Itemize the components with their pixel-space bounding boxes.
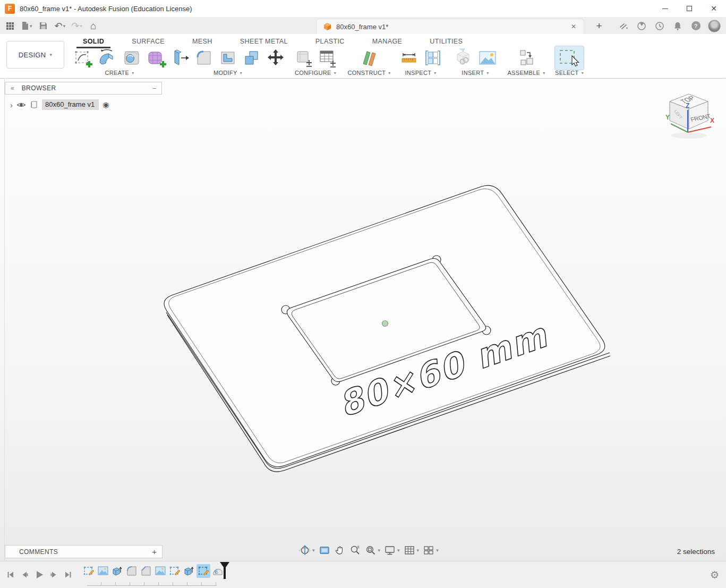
document-tab-label: 80x60_frame v1* bbox=[336, 23, 568, 31]
timeline-playhead[interactable] bbox=[219, 561, 230, 582]
configuration-table-button[interactable] bbox=[317, 47, 338, 69]
orbit-button[interactable]: ▾ bbox=[299, 544, 315, 556]
document-tab[interactable]: 80x60_frame v1* ✕ bbox=[316, 19, 584, 34]
timeline-feature-canvas[interactable] bbox=[153, 564, 167, 578]
collapse-panel-icon[interactable]: « bbox=[11, 84, 14, 92]
step-back-button[interactable] bbox=[20, 569, 30, 580]
timeline-settings-button[interactable]: ⚙ bbox=[710, 569, 719, 581]
fillet-button[interactable] bbox=[193, 47, 215, 69]
pan-button[interactable] bbox=[334, 544, 346, 556]
select-tool-button[interactable] bbox=[554, 46, 584, 70]
timeline-feature-extrude[interactable] bbox=[110, 564, 124, 578]
panel-assemble-label[interactable]: ASSEMBLE ▾ bbox=[507, 70, 545, 76]
zoom-button[interactable]: ± bbox=[349, 544, 361, 556]
extensions-button[interactable] bbox=[636, 20, 647, 32]
tab-mesh[interactable]: MESH bbox=[178, 38, 226, 45]
panel-construct-label[interactable]: CONSTRUCT ▾ bbox=[347, 70, 390, 76]
minimize-button[interactable] bbox=[653, 0, 677, 18]
play-button[interactable] bbox=[34, 569, 45, 580]
user-avatar[interactable] bbox=[708, 20, 721, 32]
visibility-eye-icon[interactable] bbox=[16, 101, 26, 108]
panel-create-label[interactable]: CREATE ▾ bbox=[105, 70, 134, 76]
workspace-selector[interactable]: DESIGN ▾ bbox=[6, 41, 64, 69]
panel-select-label[interactable]: SELECT ▾ bbox=[555, 70, 584, 76]
move-button[interactable] bbox=[265, 47, 286, 69]
panel-inspect-label[interactable]: INSPECT ▾ bbox=[405, 70, 436, 76]
skip-end-icon bbox=[64, 570, 72, 579]
maximize-button[interactable] bbox=[677, 0, 702, 18]
svg-text:±: ± bbox=[357, 544, 360, 549]
app-grid-button[interactable] bbox=[3, 19, 17, 33]
help-button[interactable]: ? bbox=[690, 20, 702, 32]
revolve-button[interactable] bbox=[96, 47, 118, 69]
timeline-feature-chamfer[interactable] bbox=[139, 564, 153, 578]
panel-configure-label[interactable]: CONFIGURE ▾ bbox=[295, 70, 336, 76]
panel-insert-label[interactable]: INSERT ▾ bbox=[462, 70, 489, 76]
grid-settings-button[interactable]: ▾ bbox=[404, 544, 420, 556]
tab-plastic[interactable]: PLASTIC bbox=[302, 38, 358, 45]
timeline-feature-sketch-selected[interactable] bbox=[197, 564, 210, 578]
home-button[interactable]: ⌂ bbox=[87, 19, 100, 33]
press-pull-button[interactable] bbox=[169, 47, 191, 69]
panel-modify-label[interactable]: MODIFY ▾ bbox=[213, 70, 242, 76]
minimize-panel-icon[interactable]: – bbox=[152, 84, 156, 92]
tab-manage[interactable]: MANAGE bbox=[358, 38, 416, 45]
comments-panel[interactable]: COMMENTS + bbox=[5, 545, 163, 558]
save-button[interactable] bbox=[37, 19, 50, 33]
timeline-feature-fillet[interactable] bbox=[125, 564, 139, 578]
model-3d-view[interactable]: 80×60 mm bbox=[0, 79, 726, 561]
timeline-feature-extrude[interactable] bbox=[182, 564, 196, 578]
fit-button[interactable]: ▾ bbox=[365, 544, 381, 556]
add-comment-button[interactable]: + bbox=[152, 547, 157, 556]
timeline-feature-canvas[interactable] bbox=[96, 564, 110, 578]
close-button[interactable]: ✕ bbox=[702, 0, 726, 18]
tab-close-button[interactable]: ✕ bbox=[568, 22, 579, 31]
configuration-button[interactable] bbox=[293, 47, 314, 69]
chevron-down-icon: ▾ bbox=[378, 548, 381, 553]
step-forward-button[interactable] bbox=[48, 569, 59, 580]
new-design-button[interactable]: ▾ bbox=[20, 19, 34, 33]
tab-solid[interactable]: SOLID bbox=[69, 38, 118, 45]
tab-sheet-metal[interactable]: SHEET METAL bbox=[226, 38, 302, 45]
timeline-feature-sketch[interactable] bbox=[168, 564, 182, 578]
sketch-point[interactable] bbox=[382, 321, 388, 327]
section-analysis-icon bbox=[423, 48, 443, 68]
construct-plane-button[interactable] bbox=[358, 47, 380, 69]
viewport-canvas[interactable]: 80×60 mm « BROWSER – › 80x60_frame v1 ◉ bbox=[0, 79, 726, 561]
timeline-feature-sketch[interactable] bbox=[82, 564, 96, 578]
activate-component-icon[interactable]: ◉ bbox=[103, 100, 109, 109]
look-at-button[interactable] bbox=[319, 544, 330, 556]
tab-surface[interactable]: SURFACE bbox=[118, 38, 178, 45]
hole-button[interactable] bbox=[121, 47, 142, 69]
display-settings-button[interactable]: ▾ bbox=[384, 544, 400, 556]
viewports-button[interactable]: ▾ bbox=[423, 544, 439, 556]
combine-button[interactable] bbox=[241, 47, 262, 69]
view-cube[interactable]: TOP LEFT FRONT Z X Y bbox=[663, 89, 714, 141]
undo-button[interactable]: ↶ ▾ bbox=[53, 19, 67, 33]
create-form-button[interactable] bbox=[145, 47, 167, 69]
tab-utilities[interactable]: UTILITIES bbox=[416, 38, 476, 45]
measure-button[interactable] bbox=[398, 47, 420, 69]
notifications-button[interactable] bbox=[672, 20, 684, 32]
create-sketch-button[interactable] bbox=[72, 47, 93, 69]
section-analysis-button[interactable] bbox=[422, 47, 443, 69]
chevron-down-icon: ▾ bbox=[30, 23, 32, 29]
play-icon bbox=[35, 570, 44, 580]
component-name[interactable]: 80x60_frame v1 bbox=[42, 99, 99, 110]
new-component-button[interactable] bbox=[516, 47, 537, 69]
browser-header[interactable]: « BROWSER – bbox=[5, 82, 162, 95]
job-status-icon bbox=[619, 22, 628, 30]
job-status-button[interactable] bbox=[618, 20, 629, 32]
skip-to-start-button[interactable] bbox=[5, 569, 16, 580]
insert-canvas-button[interactable] bbox=[476, 47, 499, 69]
chevron-down-icon: ▾ bbox=[543, 71, 545, 75]
browser-tree-item[interactable]: › 80x60_frame v1 ◉ bbox=[10, 99, 162, 110]
expand-chevron-icon[interactable]: › bbox=[10, 100, 13, 109]
redo-button[interactable]: ↷ ▾ bbox=[70, 19, 84, 33]
history-button[interactable] bbox=[654, 20, 665, 32]
insert-derive-button[interactable] bbox=[452, 47, 474, 69]
chevron-down-icon: ▾ bbox=[240, 71, 242, 75]
new-tab-button[interactable]: + bbox=[591, 18, 607, 34]
shell-button[interactable] bbox=[217, 47, 238, 69]
skip-to-end-button[interactable] bbox=[63, 569, 73, 580]
